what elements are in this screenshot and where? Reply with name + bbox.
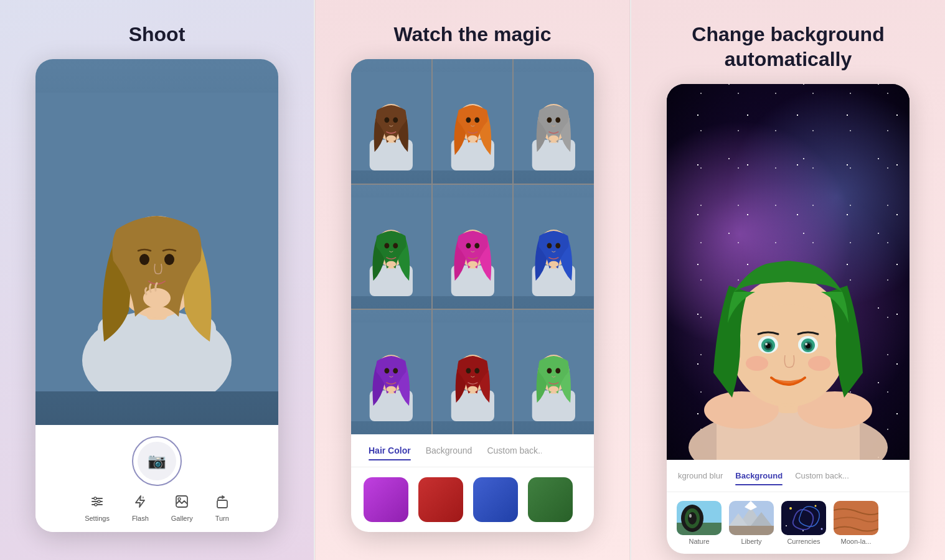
shoot-photo-area: [35, 59, 278, 425]
galaxy-photo-area: [667, 84, 910, 460]
hair-cell-purple[interactable]: [351, 310, 431, 434]
panel-shoot: Shoot: [0, 0, 314, 560]
magic-bottom: Hair Color Background Custom back...: [351, 434, 594, 532]
svg-point-117: [802, 530, 804, 531]
woman-shoot-svg: [35, 93, 278, 391]
turn-label: Turn: [215, 515, 229, 522]
tab-background[interactable]: Background: [418, 443, 480, 460]
swatch-purple[interactable]: [364, 477, 408, 522]
nature-thumb-img: [677, 501, 722, 535]
nav-flash[interactable]: a Flash: [132, 495, 149, 522]
magic-title: Watch the magic: [393, 22, 551, 47]
swatch-blue[interactable]: [473, 477, 518, 522]
hair-cell-pink[interactable]: [433, 185, 513, 309]
magic-phone: Hair Color Background Custom back...: [351, 59, 594, 532]
svg-point-9: [94, 497, 96, 500]
nature-label: Nature: [689, 538, 709, 545]
galaxy-background: [667, 84, 910, 460]
svg-point-6: [164, 254, 174, 265]
flash-icon: a: [134, 495, 146, 512]
svg-point-105: [689, 514, 692, 518]
hair-tabs-bar: Hair Color Background Custom back...: [351, 434, 594, 467]
tab-custom-back[interactable]: Custom back...: [479, 443, 542, 460]
hair-cell-lightgreen[interactable]: [514, 310, 594, 434]
svg-point-31: [468, 136, 477, 142]
nav-gallery[interactable]: Gallery: [171, 495, 193, 522]
bg-thumb-liberty[interactable]: Liberty: [729, 501, 774, 545]
swatch-red[interactable]: [418, 477, 463, 522]
svg-point-97: [805, 343, 807, 345]
shoot-controls: 📷 Settings: [35, 425, 278, 532]
swatch-green[interactable]: [528, 477, 573, 522]
svg-text:a: a: [142, 495, 144, 499]
svg-point-7: [143, 288, 171, 308]
svg-point-43: [384, 243, 389, 248]
bg-thumb-currencies[interactable]: Currencies: [781, 501, 826, 545]
panel-change-bg: Change background automatically: [631, 0, 945, 560]
svg-point-5: [139, 254, 149, 265]
moonla-thumb-img: [834, 501, 878, 535]
svg-point-87: [732, 304, 844, 404]
change-bg-title-line1: Change background: [692, 23, 884, 45]
hair-cell-brown[interactable]: [351, 59, 431, 184]
green-hair-woman-svg: [667, 161, 910, 460]
svg-point-36: [547, 117, 552, 123]
panel-magic: Watch the magic: [315, 0, 630, 560]
svg-point-51: [474, 243, 479, 248]
tab-bg-background[interactable]: Background: [729, 469, 789, 485]
svg-point-64: [384, 368, 389, 374]
svg-point-45: [386, 261, 396, 267]
hair-cell-darkred[interactable]: [433, 310, 513, 434]
svg-point-22: [384, 117, 389, 123]
nav-turn[interactable]: Turn: [215, 495, 229, 522]
bg-tabs-bar: kground blur Background Custom back...: [667, 460, 910, 492]
svg-point-23: [393, 117, 398, 123]
svg-point-38: [549, 136, 559, 142]
svg-point-116: [821, 528, 823, 530]
svg-rect-107: [729, 526, 774, 535]
nav-settings[interactable]: Settings: [85, 495, 110, 522]
svg-point-104: [688, 512, 697, 525]
hair-cell-blue[interactable]: [514, 185, 594, 309]
change-bg-bottom: kground blur Background Custom back...: [667, 460, 910, 554]
tab-hair-color[interactable]: Hair Color: [361, 443, 418, 460]
svg-point-71: [466, 368, 471, 374]
svg-point-66: [386, 386, 396, 393]
hair-cell-orange[interactable]: [433, 59, 513, 184]
tab-bg-custom[interactable]: Custom back...: [789, 469, 851, 485]
svg-point-115: [786, 525, 787, 526]
hair-cell-gray[interactable]: [514, 59, 594, 184]
bg-thumb-moonla[interactable]: Moon-la...: [834, 501, 878, 545]
svg-point-57: [547, 243, 552, 248]
svg-point-58: [556, 243, 561, 248]
flash-label: Flash: [132, 515, 149, 522]
liberty-label: Liberty: [741, 538, 761, 545]
gallery-icon: [175, 495, 189, 512]
svg-point-92: [765, 343, 768, 345]
svg-point-59: [549, 261, 559, 267]
svg-point-44: [393, 243, 398, 248]
svg-point-13: [95, 503, 97, 506]
svg-point-11: [98, 500, 100, 503]
gallery-label: Gallery: [171, 515, 193, 522]
hair-grid-area: [351, 59, 594, 434]
tab-kground-blur[interactable]: kground blur: [672, 469, 729, 485]
camera-button[interactable]: 📷: [138, 442, 176, 480]
hair-color-grid: [351, 59, 594, 434]
camera-icon: 📷: [148, 452, 166, 470]
svg-point-73: [468, 386, 477, 393]
camera-button-ring[interactable]: 📷: [132, 436, 182, 486]
liberty-thumb-img: [729, 501, 774, 535]
settings-label: Settings: [85, 515, 110, 522]
change-bg-phone: kground blur Background Custom back...: [667, 84, 910, 554]
svg-point-29: [466, 117, 471, 123]
settings-icon: [90, 495, 104, 512]
bottom-navigation: Settings a Flash: [85, 495, 229, 525]
hair-color-swatches: [351, 467, 594, 532]
svg-point-98: [746, 356, 768, 371]
currencies-thumb-img: [781, 501, 826, 535]
currencies-label: Currencies: [787, 538, 820, 545]
hair-cell-green[interactable]: [351, 185, 431, 309]
bg-thumb-nature[interactable]: Nature: [677, 501, 722, 545]
svg-point-50: [466, 243, 471, 248]
